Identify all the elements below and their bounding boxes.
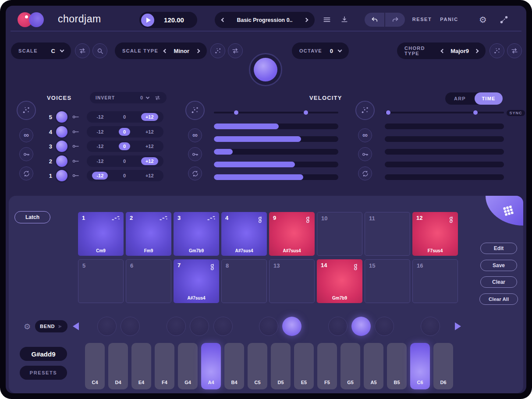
- chord-type-next-icon[interactable]: [475, 49, 479, 53]
- velocity-bar-4[interactable]: [214, 162, 338, 167]
- play-button[interactable]: [141, 14, 154, 27]
- key-C4[interactable]: C4: [85, 343, 105, 389]
- pad-11[interactable]: 11: [365, 212, 410, 256]
- key-B4[interactable]: B4: [224, 343, 244, 389]
- black-key-gs4[interactable]: [190, 317, 209, 336]
- chord-type-swap-button[interactable]: [507, 43, 522, 58]
- reset-button[interactable]: RESET: [409, 17, 435, 22]
- scale-type-swap-button[interactable]: [228, 43, 243, 58]
- clear-all-button[interactable]: Clear All: [479, 293, 518, 305]
- octave-dropdown[interactable]: OCTAVE 0: [292, 42, 349, 59]
- pad-12[interactable]: 12 F7sus4: [412, 212, 458, 256]
- velocity-bar-2[interactable]: [214, 136, 338, 142]
- option-plus12[interactable]: +12: [141, 157, 158, 165]
- preset-next-icon[interactable]: [304, 18, 309, 22]
- pad-1[interactable]: 1 Cm9: [78, 212, 124, 256]
- velocity-range-slider[interactable]: [214, 109, 338, 116]
- key-E5[interactable]: E5: [294, 343, 314, 389]
- panic-button[interactable]: PANIC: [437, 17, 461, 22]
- presets-button[interactable]: PRESETS: [20, 366, 67, 380]
- scale-type-next-icon[interactable]: [196, 49, 200, 53]
- key-D6[interactable]: D6: [433, 343, 453, 389]
- pad-8[interactable]: 8: [221, 259, 267, 303]
- voices-infinity-button[interactable]: ∞: [19, 128, 33, 142]
- invert-dropdown[interactable]: INVERT 0: [90, 92, 167, 103]
- black-key-as5[interactable]: [375, 317, 394, 336]
- keyboard-settings-button[interactable]: ⚙: [22, 321, 32, 332]
- link-icon[interactable]: [72, 143, 80, 149]
- option-plus12[interactable]: +12: [141, 113, 158, 121]
- time-infinity-button[interactable]: ∞: [358, 128, 372, 142]
- black-key-ds5[interactable]: [282, 317, 301, 336]
- master-knob[interactable]: [249, 53, 282, 86]
- option-plus12[interactable]: +12: [141, 128, 158, 136]
- key-G5[interactable]: G5: [340, 343, 360, 389]
- key-A4[interactable]: A4: [201, 343, 221, 389]
- link-icon[interactable]: [72, 158, 80, 164]
- invert-swap-icon[interactable]: [154, 95, 161, 101]
- option-plus12[interactable]: +12: [141, 172, 158, 180]
- pad-3[interactable]: 3 Gm7b9: [174, 212, 219, 256]
- scale-type-selector[interactable]: SCALE TYPE Minor: [115, 42, 207, 59]
- key-E4[interactable]: E4: [131, 343, 151, 389]
- link-icon[interactable]: [72, 129, 80, 135]
- voice-toggle[interactable]: [56, 126, 67, 138]
- key-C5[interactable]: C5: [248, 343, 267, 389]
- option-minus12[interactable]: -12: [92, 172, 108, 180]
- velocity-infinity-button[interactable]: ∞: [188, 128, 202, 142]
- pad-4[interactable]: 4 A#7sus4: [221, 212, 267, 256]
- scale-type-random-button[interactable]: [210, 43, 225, 58]
- option-minus12[interactable]: -12: [92, 157, 108, 165]
- black-key-as4[interactable]: [213, 317, 233, 336]
- slider-handle-low[interactable]: [386, 110, 390, 115]
- key-C6[interactable]: C6: [410, 343, 430, 389]
- key-A5[interactable]: A5: [364, 343, 383, 389]
- velocity-bar-3[interactable]: [214, 149, 338, 155]
- arp-tab[interactable]: ARP: [445, 96, 475, 101]
- settings-button[interactable]: ⚙: [477, 14, 489, 26]
- velocity-reset-button[interactable]: [188, 166, 202, 180]
- voices-lock-button[interactable]: [19, 147, 33, 161]
- pad-15[interactable]: 15: [365, 259, 410, 303]
- black-key-cs6[interactable]: [421, 317, 440, 336]
- time-bar-2[interactable]: [385, 136, 504, 142]
- pad-9[interactable]: 9 A#7sus4: [269, 212, 315, 256]
- import-button[interactable]: [338, 14, 351, 26]
- voice-toggle[interactable]: [56, 155, 67, 167]
- option-plus12[interactable]: +12: [141, 142, 158, 150]
- menu-button[interactable]: [321, 14, 333, 26]
- option-minus12[interactable]: -12: [92, 113, 108, 121]
- key-D4[interactable]: D4: [108, 343, 128, 389]
- chord-type-selector[interactable]: CHORD TYPE Major9: [397, 42, 486, 59]
- key-D5[interactable]: D5: [271, 343, 291, 389]
- scale-flip-button[interactable]: [75, 43, 90, 58]
- save-button[interactable]: Save: [480, 260, 517, 271]
- option-zero[interactable]: 0: [119, 172, 130, 180]
- option-minus12[interactable]: -12: [92, 128, 108, 136]
- key-F5[interactable]: F5: [317, 343, 337, 389]
- undo-button[interactable]: [365, 13, 384, 27]
- keyboard-scroll-right-icon[interactable]: [455, 322, 461, 330]
- voice-toggle[interactable]: [56, 170, 67, 181]
- voice-toggle[interactable]: [56, 141, 67, 152]
- pad-2[interactable]: 2 Fm9: [126, 212, 171, 256]
- clear-button[interactable]: Clear: [480, 276, 517, 288]
- velocity-bar-1[interactable]: [214, 124, 338, 129]
- key-F4[interactable]: F4: [155, 343, 174, 389]
- black-key-fs5[interactable]: [328, 317, 348, 336]
- latch-button[interactable]: Latch: [14, 211, 50, 223]
- slider-handle-high[interactable]: [304, 110, 308, 115]
- voices-reset-button[interactable]: [19, 166, 33, 180]
- pad-10[interactable]: 10: [317, 212, 362, 256]
- pad-7[interactable]: 7 A#7sus4: [174, 259, 219, 303]
- option-zero[interactable]: 0: [119, 113, 130, 121]
- time-bar-5[interactable]: [385, 174, 504, 180]
- black-key-cs5[interactable]: [259, 317, 278, 336]
- scale-type-prev-icon[interactable]: [163, 49, 167, 53]
- redo-button[interactable]: [385, 13, 405, 27]
- time-tab[interactable]: TIME: [475, 92, 503, 105]
- bpm-display[interactable]: 120.00: [154, 16, 194, 24]
- chord-type-random-button[interactable]: [489, 43, 504, 58]
- slider-handle-low[interactable]: [234, 110, 238, 115]
- option-zero[interactable]: 0: [119, 128, 130, 136]
